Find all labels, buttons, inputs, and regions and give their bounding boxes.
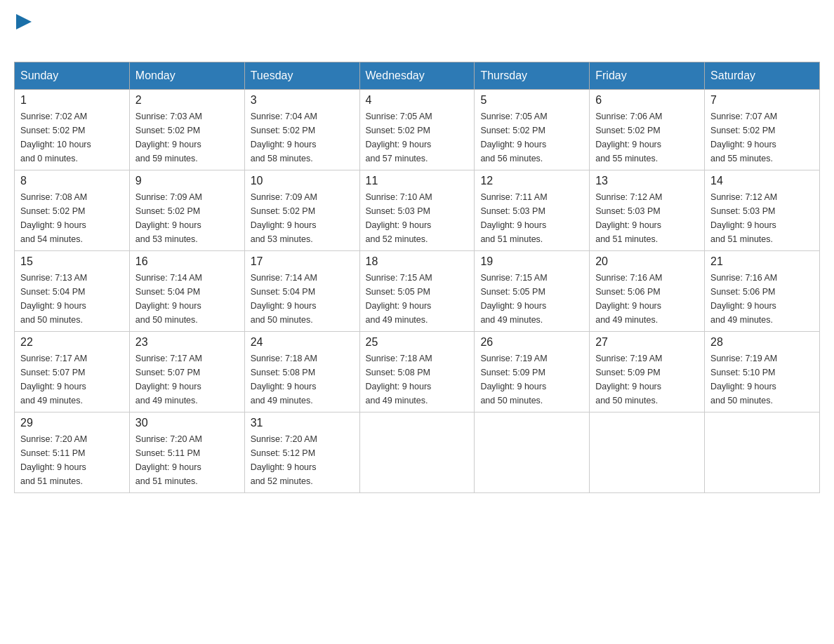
day-number: 17 — [251, 255, 354, 268]
day-info: Sunrise: 7:19 AMSunset: 5:10 PMDaylight:… — [710, 351, 814, 408]
day-number: 15 — [20, 255, 124, 268]
calendar-cell: 24Sunrise: 7:18 AMSunset: 5:08 PMDayligh… — [244, 332, 359, 412]
calendar-week-row: 15Sunrise: 7:13 AMSunset: 5:04 PMDayligh… — [15, 251, 820, 332]
calendar-cell: 23Sunrise: 7:17 AMSunset: 5:07 PMDayligh… — [129, 332, 244, 412]
page-header — [14, 14, 820, 48]
calendar-cell: 20Sunrise: 7:16 AMSunset: 5:06 PMDayligh… — [590, 251, 705, 332]
calendar-cell: 10Sunrise: 7:09 AMSunset: 5:02 PMDayligh… — [244, 170, 359, 251]
day-info: Sunrise: 7:19 AMSunset: 5:09 PMDaylight:… — [480, 351, 583, 408]
calendar-cell: 14Sunrise: 7:12 AMSunset: 5:03 PMDayligh… — [705, 170, 820, 251]
calendar-cell: 18Sunrise: 7:15 AMSunset: 5:05 PMDayligh… — [359, 251, 475, 332]
day-info: Sunrise: 7:17 AMSunset: 5:07 PMDaylight:… — [20, 351, 124, 408]
calendar-cell: 7Sunrise: 7:07 AMSunset: 5:02 PMDaylight… — [705, 90, 820, 170]
calendar-cell: 27Sunrise: 7:19 AMSunset: 5:09 PMDayligh… — [590, 332, 705, 412]
logo — [14, 14, 32, 48]
calendar-cell: 16Sunrise: 7:14 AMSunset: 5:04 PMDayligh… — [129, 251, 244, 332]
day-number: 5 — [480, 94, 583, 107]
day-number: 31 — [251, 417, 354, 429]
day-number: 23 — [135, 336, 239, 349]
day-number: 4 — [366, 94, 469, 107]
day-info: Sunrise: 7:14 AMSunset: 5:04 PMDaylight:… — [251, 271, 354, 327]
day-info: Sunrise: 7:08 AMSunset: 5:02 PMDaylight:… — [20, 190, 124, 246]
header-monday: Monday — [129, 62, 244, 90]
day-number: 28 — [710, 336, 814, 349]
day-info: Sunrise: 7:18 AMSunset: 5:08 PMDaylight:… — [366, 351, 469, 408]
day-info: Sunrise: 7:10 AMSunset: 5:03 PMDaylight:… — [366, 190, 469, 246]
day-info: Sunrise: 7:05 AMSunset: 5:02 PMDaylight:… — [366, 109, 469, 166]
day-number: 27 — [595, 336, 699, 349]
day-number: 16 — [135, 255, 239, 268]
day-info: Sunrise: 7:09 AMSunset: 5:02 PMDaylight:… — [135, 190, 239, 246]
header-tuesday: Tuesday — [244, 62, 359, 90]
day-info: Sunrise: 7:20 AMSunset: 5:11 PMDaylight:… — [135, 432, 239, 488]
day-number: 3 — [251, 94, 354, 107]
calendar-cell: 31Sunrise: 7:20 AMSunset: 5:12 PMDayligh… — [244, 412, 359, 493]
day-info: Sunrise: 7:16 AMSunset: 5:06 PMDaylight:… — [595, 271, 699, 327]
day-info: Sunrise: 7:19 AMSunset: 5:09 PMDaylight:… — [595, 351, 699, 408]
calendar-cell: 3Sunrise: 7:04 AMSunset: 5:02 PMDaylight… — [244, 90, 359, 170]
calendar-cell: 8Sunrise: 7:08 AMSunset: 5:02 PMDaylight… — [15, 170, 130, 251]
day-number: 24 — [251, 336, 354, 349]
day-number: 19 — [480, 255, 583, 268]
day-number: 2 — [135, 94, 239, 107]
day-info: Sunrise: 7:20 AMSunset: 5:11 PMDaylight:… — [20, 432, 124, 488]
day-number: 13 — [595, 175, 699, 187]
calendar-cell: 17Sunrise: 7:14 AMSunset: 5:04 PMDayligh… — [244, 251, 359, 332]
day-number: 1 — [20, 94, 124, 107]
calendar-table: SundayMondayTuesdayWednesdayThursdayFrid… — [14, 62, 820, 493]
day-number: 10 — [251, 175, 354, 187]
calendar-cell: 12Sunrise: 7:11 AMSunset: 5:03 PMDayligh… — [475, 170, 590, 251]
calendar-cell: 9Sunrise: 7:09 AMSunset: 5:02 PMDaylight… — [129, 170, 244, 251]
header-sunday: Sunday — [15, 62, 130, 90]
day-number: 9 — [135, 175, 239, 187]
calendar-cell: 1Sunrise: 7:02 AMSunset: 5:02 PMDaylight… — [15, 90, 130, 170]
header-wednesday: Wednesday — [359, 62, 475, 90]
day-number: 7 — [710, 94, 814, 107]
day-info: Sunrise: 7:15 AMSunset: 5:05 PMDaylight:… — [480, 271, 583, 327]
day-number: 6 — [595, 94, 699, 107]
day-number: 22 — [20, 336, 124, 349]
calendar-cell — [359, 412, 475, 493]
day-number: 25 — [366, 336, 469, 349]
calendar-cell: 25Sunrise: 7:18 AMSunset: 5:08 PMDayligh… — [359, 332, 475, 412]
day-info: Sunrise: 7:04 AMSunset: 5:02 PMDaylight:… — [251, 109, 354, 166]
calendar-cell: 6Sunrise: 7:06 AMSunset: 5:02 PMDaylight… — [590, 90, 705, 170]
day-info: Sunrise: 7:12 AMSunset: 5:03 PMDaylight:… — [710, 190, 814, 246]
calendar-cell: 15Sunrise: 7:13 AMSunset: 5:04 PMDayligh… — [15, 251, 130, 332]
day-number: 20 — [595, 255, 699, 268]
calendar-cell: 5Sunrise: 7:05 AMSunset: 5:02 PMDaylight… — [475, 90, 590, 170]
calendar-cell: 30Sunrise: 7:20 AMSunset: 5:11 PMDayligh… — [129, 412, 244, 493]
calendar-cell: 13Sunrise: 7:12 AMSunset: 5:03 PMDayligh… — [590, 170, 705, 251]
day-info: Sunrise: 7:07 AMSunset: 5:02 PMDaylight:… — [710, 109, 814, 166]
calendar-cell: 28Sunrise: 7:19 AMSunset: 5:10 PMDayligh… — [705, 332, 820, 412]
day-info: Sunrise: 7:13 AMSunset: 5:04 PMDaylight:… — [20, 271, 124, 327]
day-info: Sunrise: 7:03 AMSunset: 5:02 PMDaylight:… — [135, 109, 239, 166]
calendar-cell: 29Sunrise: 7:20 AMSunset: 5:11 PMDayligh… — [15, 412, 130, 493]
day-info: Sunrise: 7:14 AMSunset: 5:04 PMDaylight:… — [135, 271, 239, 327]
header-thursday: Thursday — [475, 62, 590, 90]
day-number: 14 — [710, 175, 814, 187]
day-number: 21 — [710, 255, 814, 268]
calendar-cell — [590, 412, 705, 493]
day-number: 18 — [366, 255, 469, 268]
day-info: Sunrise: 7:02 AMSunset: 5:02 PMDaylight:… — [20, 109, 124, 166]
day-number: 29 — [20, 417, 124, 429]
calendar-header-row: SundayMondayTuesdayWednesdayThursdayFrid… — [15, 62, 820, 90]
day-number: 12 — [480, 175, 583, 187]
svg-marker-0 — [16, 14, 32, 29]
calendar-week-row: 29Sunrise: 7:20 AMSunset: 5:11 PMDayligh… — [15, 412, 820, 493]
calendar-cell: 19Sunrise: 7:15 AMSunset: 5:05 PMDayligh… — [475, 251, 590, 332]
day-info: Sunrise: 7:06 AMSunset: 5:02 PMDaylight:… — [595, 109, 699, 166]
day-info: Sunrise: 7:05 AMSunset: 5:02 PMDaylight:… — [480, 109, 583, 166]
day-number: 26 — [480, 336, 583, 349]
calendar-cell: 26Sunrise: 7:19 AMSunset: 5:09 PMDayligh… — [475, 332, 590, 412]
calendar-cell: 22Sunrise: 7:17 AMSunset: 5:07 PMDayligh… — [15, 332, 130, 412]
calendar-week-row: 1Sunrise: 7:02 AMSunset: 5:02 PMDaylight… — [15, 90, 820, 170]
day-info: Sunrise: 7:16 AMSunset: 5:06 PMDaylight:… — [710, 271, 814, 327]
day-info: Sunrise: 7:20 AMSunset: 5:12 PMDaylight:… — [251, 432, 354, 488]
day-info: Sunrise: 7:12 AMSunset: 5:03 PMDaylight:… — [595, 190, 699, 246]
logo-arrow-icon — [16, 14, 32, 29]
calendar-cell: 4Sunrise: 7:05 AMSunset: 5:02 PMDaylight… — [359, 90, 475, 170]
day-info: Sunrise: 7:18 AMSunset: 5:08 PMDaylight:… — [251, 351, 354, 408]
calendar-cell: 2Sunrise: 7:03 AMSunset: 5:02 PMDaylight… — [129, 90, 244, 170]
